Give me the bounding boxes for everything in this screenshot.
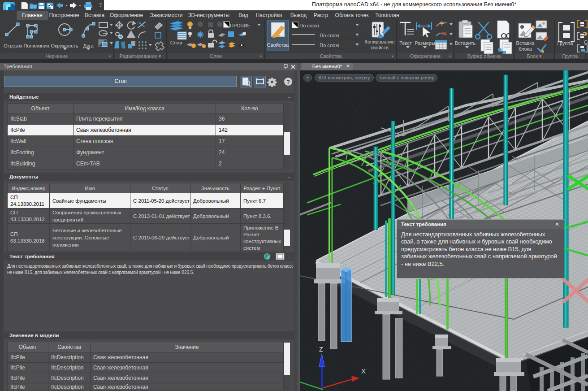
svg-text:X: X [361, 367, 366, 375]
svg-text:Свойства: Свойства [267, 42, 289, 48]
svg-text:Z: Z [319, 346, 323, 353]
svg-text:?: ? [286, 78, 290, 85]
